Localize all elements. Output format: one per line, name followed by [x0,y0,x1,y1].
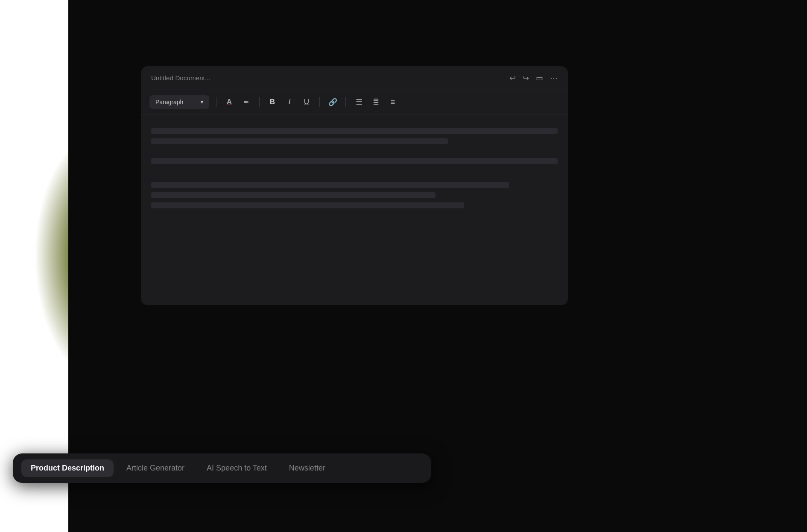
paragraph-select[interactable]: Paragraph ▾ [149,95,209,109]
chevron-down-icon: ▾ [201,99,203,105]
align-button[interactable]: ≡ [387,96,399,108]
text-style-group: B I U [266,96,313,108]
editor-content [141,114,568,231]
tab-ai-speech-to-text[interactable]: AI Speech to Text [197,459,276,477]
content-line [151,192,436,198]
tab-newsletter[interactable]: Newsletter [280,459,335,477]
doc-titlebar: Untitled Document... ↩ ↪ ▭ ⋯ [141,66,568,90]
italic-button[interactable]: I [284,96,295,108]
bold-button[interactable]: B [266,96,278,108]
tab-product-description[interactable]: Product Description [21,459,114,477]
format-group: A ✒ [223,96,252,108]
content-line [151,138,448,144]
ordered-list-button[interactable]: ≣ [370,96,382,108]
link-button[interactable]: 🔗 [327,96,339,108]
toolbar-divider-3 [319,97,320,107]
redo-icon[interactable]: ↪ [523,73,529,83]
doc-title[interactable]: Untitled Document... [151,74,211,82]
underline-button[interactable]: U [301,96,313,108]
undo-icon[interactable]: ↩ [509,73,516,83]
editor-panel: Untitled Document... ↩ ↪ ▭ ⋯ Paragraph ▾… [141,66,568,305]
content-line [151,128,558,134]
content-block-3 [151,182,558,208]
doc-actions: ↩ ↪ ▭ ⋯ [509,73,558,83]
tab-bar: Product Description Article Generator AI… [13,453,431,483]
toolbar-divider-4 [345,97,346,107]
view-icon[interactable]: ▭ [536,73,543,83]
toolbar-divider-2 [259,97,260,107]
content-block-1 [151,128,558,144]
content-block-2 [151,158,558,168]
content-line [151,202,464,208]
content-line [151,182,509,188]
content-line [151,158,558,164]
list-group: ☰ ≣ ≡ [353,96,399,108]
tab-article-generator[interactable]: Article Generator [117,459,194,477]
more-icon[interactable]: ⋯ [550,73,558,83]
paragraph-label: Paragraph [155,99,183,105]
font-color-button[interactable]: A [223,96,235,108]
editor-toolbar: Paragraph ▾ A ✒ B I U 🔗 ☰ ≣ ≡ [141,90,568,114]
highlight-button[interactable]: ✒ [240,96,252,108]
insert-group: 🔗 [327,96,339,108]
toolbar-divider-1 [216,97,216,107]
bullet-list-button[interactable]: ☰ [353,96,365,108]
